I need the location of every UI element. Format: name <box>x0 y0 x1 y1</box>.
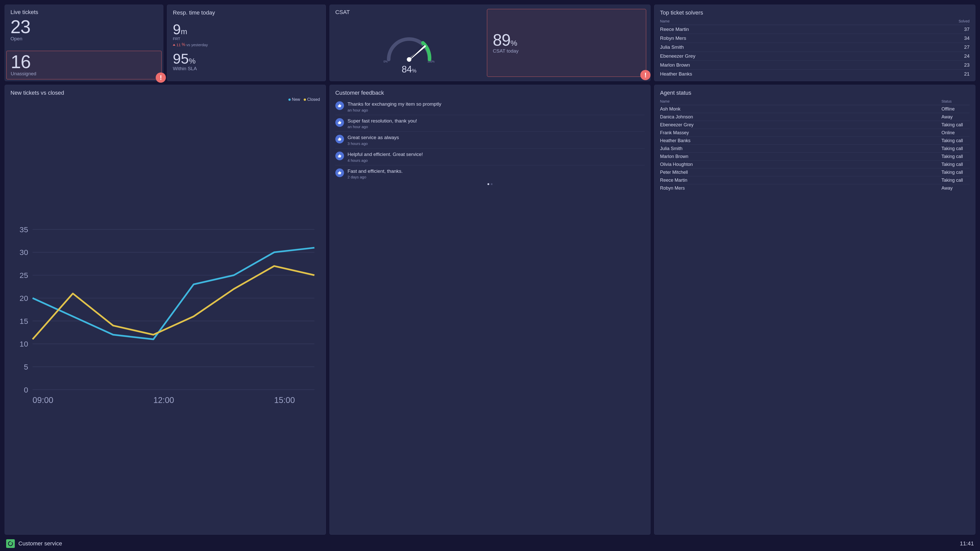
table-row: Danica JohnsonAway <box>660 113 969 121</box>
brand-icon <box>6 539 15 548</box>
response-time-card: Resp. time today 9m FRT 11% vs yesterday… <box>167 5 326 81</box>
feedback-list: Thanks for exchanging my item so promptl… <box>335 98 645 182</box>
agent-status-card: Agent status NameStatus Ash MonkOfflineD… <box>654 85 975 535</box>
dashboard-title: Customer service <box>18 540 62 547</box>
alert-icon: ! <box>156 72 166 83</box>
resp-time-title: Resp. time today <box>173 10 320 16</box>
svg-text:25: 25 <box>20 271 28 279</box>
tickets-chart-card: New tickets vs closed New Closed 0510152… <box>5 85 326 535</box>
unassigned-label: Unassigned <box>11 71 157 76</box>
unassigned-tickets-alert[interactable]: 16 Unassigned ! <box>6 51 162 80</box>
table-row: Frank MasseyOnline <box>660 129 969 137</box>
table-row: Ebeneezer GreyTaking call <box>660 121 969 129</box>
clock: 11:41 <box>960 540 974 547</box>
svg-text:10: 10 <box>20 340 28 348</box>
frt-label: FRT <box>173 37 320 41</box>
svg-text:0: 0 <box>24 385 28 394</box>
solvers-title: Top ticket solvers <box>660 10 969 16</box>
feedback-item: Fast and efficient, thanks.2 days ago <box>335 166 645 182</box>
svg-point-2 <box>407 57 411 62</box>
agent-status-title: Agent status <box>660 89 969 96</box>
sla-label: Within SLA <box>173 66 320 72</box>
table-row: Reece Martin37 <box>660 25 969 34</box>
csat-overall-value: 84% <box>402 64 417 75</box>
page-dot[interactable] <box>491 183 493 185</box>
agents-body: Ash MonkOfflineDanica JohnsonAwayEbeneez… <box>660 105 969 192</box>
thumbs-up-icon <box>335 151 344 160</box>
open-tickets-label: Open <box>11 36 158 41</box>
svg-text:09:00: 09:00 <box>33 396 53 405</box>
frt-delta: 11% vs yesterday <box>173 42 320 47</box>
thumbs-up-icon <box>335 135 344 143</box>
csat-card: CSAT 0% 100% 84% <box>329 5 651 81</box>
svg-text:30: 30 <box>20 248 28 256</box>
agents-header: NameStatus <box>660 98 969 105</box>
feedback-card: Customer feedback Thanks for exchanging … <box>329 85 651 535</box>
alert-icon: ! <box>640 70 651 80</box>
live-tickets-title: Live tickets <box>11 9 158 16</box>
svg-text:15:00: 15:00 <box>274 396 295 405</box>
frt-value: 9 <box>173 21 181 37</box>
feedback-item: Great service as always3 hours ago <box>335 132 645 148</box>
open-tickets-value: 23 <box>11 18 158 36</box>
frt-unit: m <box>181 27 187 36</box>
table-row: Robyn MersAway <box>660 184 969 192</box>
thumbs-up-icon <box>335 101 344 110</box>
line-chart: 0510152025303509:0012:0015:00 <box>11 101 320 529</box>
table-row: Peter MitchellTaking call <box>660 169 969 176</box>
page-dot[interactable] <box>487 183 489 185</box>
table-row: Ebeneezer Grey24 <box>660 52 969 61</box>
svg-line-1 <box>409 45 424 59</box>
live-tickets-card: Live tickets 23 Open 16 Unassigned ! <box>5 5 163 81</box>
thumbs-up-icon <box>335 169 344 177</box>
table-row: Robyn Mers34 <box>660 34 969 43</box>
solvers-body: Reece Martin37Robyn Mers34Julia Smith27E… <box>660 25 969 78</box>
pagination-dots[interactable] <box>335 183 645 185</box>
csat-gauge: 0% 100% 84% <box>335 18 483 77</box>
table-row: Heather BanksTaking call <box>660 137 969 145</box>
chart-legend: New Closed <box>288 97 320 102</box>
tickets-chart-title: New tickets vs closed <box>11 89 320 96</box>
table-row: Reece MartinTaking call <box>660 176 969 184</box>
table-row: Marlon Brown23 <box>660 61 969 70</box>
csat-today-value: 89 <box>493 31 511 49</box>
csat-title: CSAT <box>335 9 483 16</box>
csat-today-alert[interactable]: 89% CSAT today ! <box>487 9 646 77</box>
table-row: Julia Smith27 <box>660 43 969 52</box>
sla-unit: % <box>189 57 196 65</box>
table-row: Julia SmithTaking call <box>660 145 969 153</box>
table-row: Heather Banks21 <box>660 70 969 78</box>
svg-text:20: 20 <box>20 294 28 303</box>
table-row: Ash MonkOffline <box>660 105 969 113</box>
svg-text:5: 5 <box>24 363 28 371</box>
thumbs-up-icon <box>335 118 344 127</box>
unassigned-value: 16 <box>11 53 157 71</box>
table-row: Olivia HoughtonTaking call <box>660 161 969 169</box>
footer: Customer service 11:41 <box>5 538 975 551</box>
up-arrow-icon <box>173 44 175 46</box>
feedback-item: Super fast resolution, thank you!an hour… <box>335 115 645 132</box>
feedback-item: Helpful and efficient. Great service!4 h… <box>335 148 645 166</box>
svg-text:35: 35 <box>20 225 28 234</box>
sla-value: 95 <box>173 51 189 67</box>
solvers-header: NameSolved <box>660 18 969 25</box>
csat-today-label: CSAT today <box>493 48 640 54</box>
svg-text:15: 15 <box>20 317 28 325</box>
table-row: Marlon BrownTaking call <box>660 153 969 161</box>
top-solvers-card: Top ticket solvers NameSolved Reece Mart… <box>654 5 975 81</box>
svg-text:12:00: 12:00 <box>153 396 174 405</box>
feedback-item: Thanks for exchanging my item so promptl… <box>335 98 645 115</box>
feedback-title: Customer feedback <box>335 89 645 96</box>
